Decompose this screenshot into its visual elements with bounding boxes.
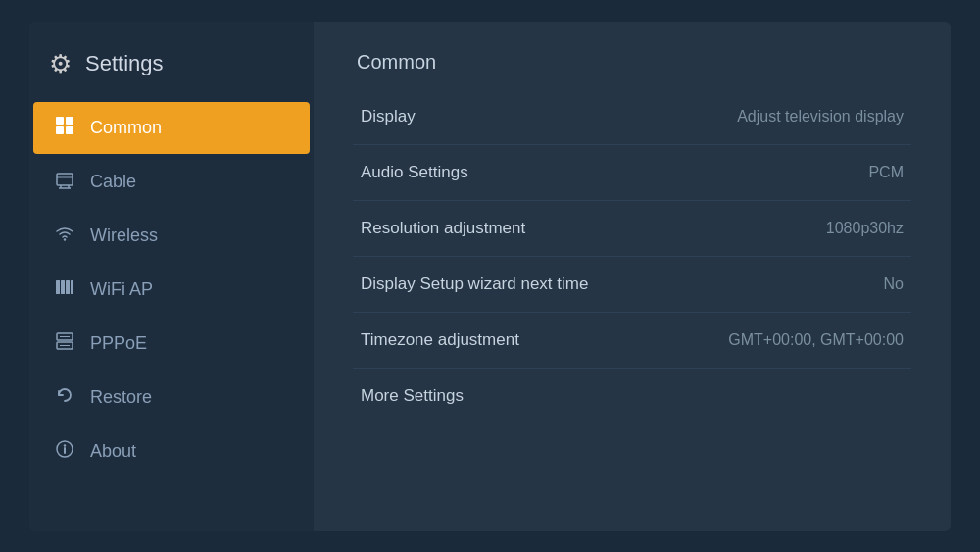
svg-point-9 (64, 238, 66, 240)
svg-rect-13 (71, 280, 74, 294)
display-label: Display (361, 107, 416, 126)
sidebar-item-about[interactable]: About (33, 426, 310, 477)
display-value: Adjust television display (737, 108, 904, 125)
audio-value: PCM (868, 164, 904, 181)
sidebar-item-about-label: About (90, 441, 136, 462)
settings-screen: Settings Common (29, 22, 951, 531)
timezone-value: GMT+00:00, GMT+00:00 (728, 331, 904, 349)
settings-item-display[interactable]: Display Adjust television display (353, 89, 911, 145)
svg-point-20 (64, 444, 66, 446)
sidebar: Settings Common (29, 22, 314, 531)
sidebar-item-common[interactable]: Common (33, 102, 310, 154)
wifiap-icon (53, 277, 76, 302)
settings-item-audio[interactable]: Audio Settings PCM (353, 145, 911, 201)
wireless-icon (53, 224, 76, 248)
common-icon (53, 116, 76, 140)
sidebar-item-cable[interactable]: Cable (33, 156, 310, 208)
sidebar-item-common-label: Common (90, 118, 162, 138)
svg-rect-0 (56, 117, 64, 125)
svg-rect-12 (66, 280, 70, 294)
svg-rect-1 (66, 117, 74, 125)
resolution-value: 1080p30hz (826, 220, 904, 237)
svg-rect-10 (56, 280, 60, 294)
timezone-label: Timezone adjustment (361, 330, 519, 350)
svg-rect-4 (57, 174, 73, 185)
sidebar-item-wireless[interactable]: Wireless (33, 210, 310, 262)
settings-item-more[interactable]: More Settings (353, 369, 911, 424)
svg-rect-3 (66, 126, 74, 134)
sidebar-item-pppoe[interactable]: PPPoE (33, 318, 310, 370)
more-settings-label: More Settings (361, 386, 464, 406)
sidebar-item-restore[interactable]: Restore (33, 372, 310, 424)
sidebar-item-wireless-label: Wireless (90, 226, 158, 246)
sidebar-title: Settings (85, 51, 164, 76)
audio-label: Audio Settings (361, 163, 468, 182)
main-content: Common Display Adjust television display… (314, 22, 951, 531)
setup-wizard-value: No (884, 276, 904, 293)
about-icon (53, 439, 76, 464)
settings-item-setup-wizard[interactable]: Display Setup wizard next time No (353, 257, 911, 313)
restore-icon (53, 385, 76, 410)
sidebar-item-restore-label: Restore (90, 387, 152, 408)
section-title: Common (353, 51, 911, 74)
settings-item-resolution[interactable]: Resolution adjustment 1080p30hz (353, 201, 911, 257)
svg-rect-11 (61, 280, 65, 294)
settings-item-timezone[interactable]: Timezone adjustment GMT+00:00, GMT+00:00 (353, 313, 911, 369)
sidebar-item-wifiap-label: WiFi AP (90, 279, 153, 300)
svg-rect-2 (56, 126, 64, 134)
gear-icon (49, 49, 72, 79)
sidebar-item-wifiap[interactable]: WiFi AP (33, 264, 310, 316)
sidebar-item-cable-label: Cable (90, 172, 136, 192)
resolution-label: Resolution adjustment (361, 219, 525, 238)
settings-list: Display Adjust television display Audio … (353, 89, 911, 424)
sidebar-item-pppoe-label: PPPoE (90, 333, 147, 354)
setup-wizard-label: Display Setup wizard next time (361, 275, 588, 294)
pppoe-icon (53, 331, 76, 356)
cable-icon (53, 170, 76, 194)
sidebar-header: Settings (29, 31, 314, 101)
